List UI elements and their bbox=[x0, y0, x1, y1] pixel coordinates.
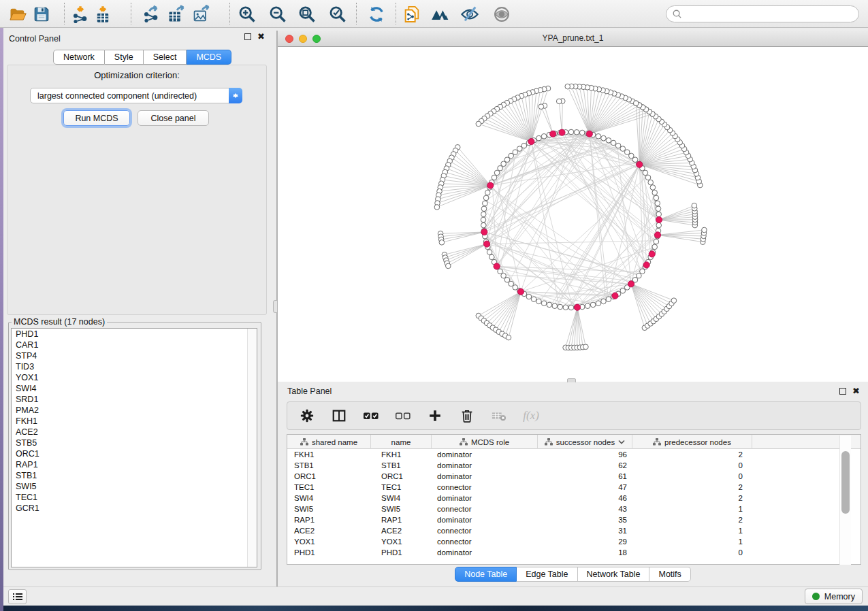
graph-node[interactable] bbox=[655, 201, 660, 206]
table-panel-close-icon[interactable]: ✖ bbox=[852, 388, 860, 395]
window-minimize-icon[interactable] bbox=[299, 35, 307, 43]
add-column-icon[interactable] bbox=[425, 406, 445, 425]
first-neighbors-icon[interactable] bbox=[430, 3, 452, 24]
open-file-icon[interactable] bbox=[7, 3, 29, 24]
graph-node[interactable] bbox=[439, 240, 445, 246]
graph-node[interactable] bbox=[501, 273, 507, 278]
graph-node[interactable] bbox=[552, 303, 558, 309]
graph-node[interactable] bbox=[481, 212, 487, 217]
table-row[interactable]: SWI5SWI5connector431 bbox=[287, 503, 861, 514]
graph-node[interactable] bbox=[624, 150, 630, 155]
graph-node[interactable] bbox=[517, 146, 522, 152]
graph-node[interactable] bbox=[492, 175, 497, 180]
mcds-result-item[interactable]: CAR1 bbox=[12, 340, 257, 350]
control-panel-close-icon[interactable]: ✖ bbox=[257, 33, 265, 40]
graph-node[interactable] bbox=[671, 298, 677, 303]
mcds-result-item[interactable]: SWI5 bbox=[12, 481, 257, 492]
table-row[interactable]: ACE2ACE2connector311 bbox=[287, 525, 861, 536]
graph-mcds-node[interactable] bbox=[574, 304, 580, 310]
table-row[interactable]: ORC1ORC1dominator610 bbox=[287, 471, 861, 482]
tab-motifs[interactable]: Motifs bbox=[649, 567, 690, 582]
run-mcds-button[interactable]: Run MCDS bbox=[63, 110, 130, 126]
graph-node[interactable] bbox=[565, 84, 570, 89]
graph-node[interactable] bbox=[620, 146, 626, 152]
clone-network-icon[interactable] bbox=[401, 3, 423, 24]
graph-node[interactable] bbox=[501, 161, 507, 167]
mcds-result-item[interactable]: GCR1 bbox=[12, 503, 257, 514]
column-header-shared-name[interactable]: shared name bbox=[287, 435, 371, 449]
zoom-out-icon[interactable] bbox=[267, 3, 289, 24]
column-header-successor-nodes[interactable]: successor nodes bbox=[538, 435, 632, 449]
graph-node[interactable] bbox=[513, 285, 518, 291]
tab-edge-table[interactable]: Edge Table bbox=[517, 567, 577, 582]
mcds-result-item[interactable]: SWI4 bbox=[12, 383, 257, 394]
column-header-predecessor-nodes[interactable]: predecessor nodes bbox=[632, 435, 752, 449]
graph-node[interactable] bbox=[590, 302, 596, 308]
graph-mcds-node[interactable] bbox=[550, 131, 556, 137]
graph-node[interactable] bbox=[536, 135, 542, 141]
import-network-icon[interactable] bbox=[69, 3, 91, 24]
graph-mcds-node[interactable] bbox=[481, 229, 487, 235]
graph-node[interactable] bbox=[652, 190, 658, 195]
graph-node[interactable] bbox=[620, 288, 626, 294]
export-image-icon[interactable] bbox=[191, 3, 212, 24]
graph-node[interactable] bbox=[483, 195, 489, 201]
graph-mcds-node[interactable] bbox=[649, 251, 655, 257]
graph-node[interactable] bbox=[547, 302, 552, 308]
graph-node[interactable] bbox=[579, 130, 585, 135]
table-row[interactable]: SWI4SWI4dominator462 bbox=[287, 493, 861, 503]
graph-node[interactable] bbox=[481, 206, 487, 212]
graph-mcds-node[interactable] bbox=[628, 281, 634, 287]
graph-node[interactable] bbox=[702, 227, 707, 233]
column-header-MCDS-role[interactable]: MCDS role bbox=[432, 435, 538, 449]
graph-node[interactable] bbox=[650, 185, 656, 191]
mcds-result-item[interactable]: RAP1 bbox=[12, 459, 257, 470]
graph-node[interactable] bbox=[648, 180, 654, 185]
hide-selected-icon[interactable] bbox=[459, 3, 481, 24]
graph-node[interactable] bbox=[504, 157, 510, 163]
graph-node[interactable] bbox=[509, 153, 514, 159]
graph-node[interactable] bbox=[446, 263, 451, 269]
zoom-in-icon[interactable] bbox=[236, 3, 258, 24]
tab-node-table[interactable]: Node Table bbox=[455, 567, 517, 582]
graph-node[interactable] bbox=[513, 150, 518, 155]
graph-node[interactable] bbox=[541, 134, 547, 139]
graph-node[interactable] bbox=[583, 344, 589, 350]
export-table-icon[interactable] bbox=[165, 3, 187, 24]
tab-network-table[interactable]: Network Table bbox=[578, 567, 650, 582]
delete-column-icon[interactable] bbox=[457, 406, 477, 425]
show-all-icon[interactable] bbox=[491, 3, 513, 24]
mcds-result-item[interactable]: PHD1 bbox=[12, 329, 257, 340]
tab-network[interactable]: Network bbox=[53, 50, 105, 65]
deselect-all-columns-icon[interactable] bbox=[393, 406, 413, 425]
graph-node[interactable] bbox=[476, 121, 481, 127]
graph-node[interactable] bbox=[481, 222, 487, 228]
graph-node[interactable] bbox=[596, 301, 601, 306]
column-header-name[interactable]: name bbox=[371, 435, 432, 449]
mcds-result-item[interactable]: YOX1 bbox=[12, 372, 257, 383]
graph-node[interactable] bbox=[536, 299, 542, 304]
network-graph[interactable] bbox=[278, 47, 868, 382]
graph-node[interactable] bbox=[483, 201, 488, 206]
graph-node[interactable] bbox=[637, 273, 642, 278]
graph-mcds-node[interactable] bbox=[487, 182, 494, 188]
graph-node[interactable] bbox=[568, 129, 574, 135]
graph-node[interactable] bbox=[632, 157, 638, 163]
table-row[interactable]: YOX1YOX1connector291 bbox=[287, 536, 861, 547]
graph-node[interactable] bbox=[652, 244, 658, 250]
tab-select[interactable]: Select bbox=[144, 50, 187, 65]
graph-node[interactable] bbox=[656, 212, 662, 217]
graph-mcds-node[interactable] bbox=[494, 263, 500, 269]
mcds-result-item[interactable]: TEC1 bbox=[12, 492, 257, 503]
graph-node[interactable] bbox=[498, 165, 503, 171]
graph-mcds-node[interactable] bbox=[483, 241, 489, 247]
graph-node[interactable] bbox=[601, 299, 607, 304]
table-row[interactable]: FKH1FKH1dominator962 bbox=[287, 449, 861, 460]
mcds-result-item[interactable]: TID3 bbox=[12, 361, 257, 372]
tab-mcds[interactable]: MCDS bbox=[187, 50, 231, 65]
table-row[interactable]: RAP1RAP1dominator352 bbox=[287, 514, 861, 525]
graph-node[interactable] bbox=[692, 203, 697, 208]
graph-mcds-node[interactable] bbox=[517, 288, 524, 295]
graph-node[interactable] bbox=[485, 190, 491, 195]
graph-mcds-node[interactable] bbox=[637, 161, 643, 167]
